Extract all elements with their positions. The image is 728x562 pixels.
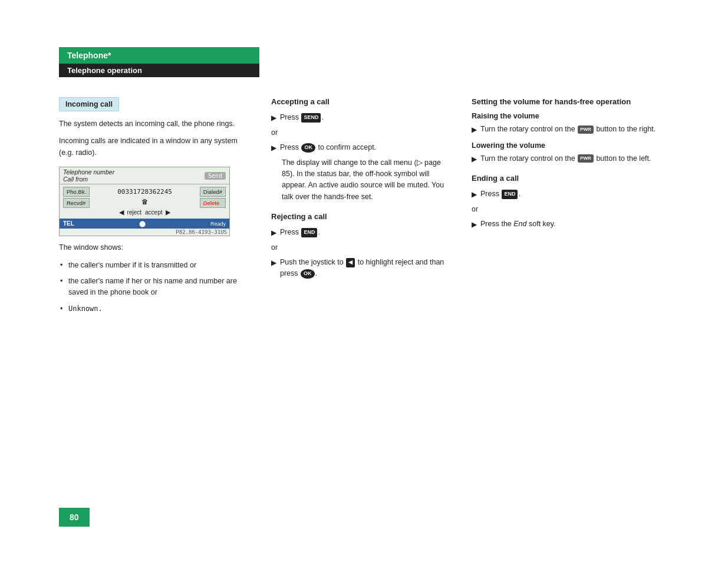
phone-main-area: Pho.Bk. Recvd# 00331728362245 ☎ ◀ reject…	[60, 184, 229, 219]
phone-right-arrow: ▶	[166, 209, 170, 216]
phone-delete-btn: Delete	[200, 198, 226, 208]
phone-bottom-bar: TEL ⬤ Ready	[60, 219, 229, 229]
end-soft-text: Press the End soft key.	[480, 219, 556, 230]
phone-number-display: 00331728362245	[117, 188, 172, 196]
press-send-text: Press SEND.	[280, 112, 324, 123]
content-area: Incoming call The system detects an inco…	[59, 97, 669, 319]
phone-ready-text: Ready	[210, 221, 226, 227]
bullet-list: the caller's number if it is transmitted…	[59, 260, 248, 315]
lowering-row: ▶ Turn the rotary control on the PWR but…	[472, 153, 669, 165]
phone-call-from: Call from	[63, 176, 114, 183]
press-end-label: Press	[280, 228, 299, 236]
right-column: Setting the volume for hands-free operat…	[472, 97, 669, 319]
step-arrow-4: ▶	[271, 257, 276, 269]
bullet-item-1: the caller's number if it is transmitted…	[59, 260, 248, 271]
press-send-row: ▶ Press SEND.	[271, 112, 448, 124]
joystick-label: Push the joystick to	[280, 258, 344, 266]
press-ok-row: ▶ Press OK to confirm accept.	[271, 142, 448, 154]
end-italic: End	[513, 220, 526, 228]
pwr-badge-1: PWR	[578, 125, 594, 134]
raising-text: Turn the rotary control on the PWR butto…	[480, 124, 655, 135]
ok-badge: OK	[301, 143, 315, 153]
press-end2-text: Press END.	[480, 189, 521, 200]
phone-accept-label: accept	[145, 209, 162, 216]
left-column: Incoming call The system detects an inco…	[59, 97, 248, 319]
page-container: Telephone* Telephone operation Incoming …	[0, 0, 728, 355]
lowering-text-label: Turn the rotary control on the	[480, 154, 575, 163]
phone-circle-icon: ⬤	[139, 220, 146, 227]
step-arrow-6: ▶	[472, 154, 477, 165]
step-arrow-1: ▶	[271, 113, 276, 124]
phone-top-labels: Telephone number Call from	[63, 168, 114, 183]
or-text-1: or	[271, 127, 448, 138]
para1: The system detects an incoming call, the…	[59, 118, 248, 130]
confirm-text: to confirm accept.	[318, 143, 376, 151]
press-end-row: ▶ Press END.	[271, 227, 448, 239]
end-key-badge-2: END	[502, 190, 518, 199]
window-shows-text: The window shows:	[59, 242, 248, 253]
display-text: The display will change to the call menu…	[282, 157, 448, 203]
raising-text-label: Turn the rotary control on the	[480, 125, 575, 133]
bullet-item-3-code: Unknown.	[68, 305, 103, 313]
phone-reject-label: reject	[127, 209, 141, 216]
ending-title: Ending a call	[472, 174, 669, 183]
end-key-badge: END	[301, 228, 317, 237]
phone-nav-row: ◀ reject accept ▶	[119, 209, 171, 216]
phone-call-icon: ☎	[142, 197, 147, 206]
step-arrow-8: ▶	[472, 219, 477, 230]
phone-left-buttons: Pho.Bk. Recvd#	[63, 187, 90, 216]
phone-ready-area: Ready	[210, 221, 226, 227]
section-header: Telephone*	[59, 47, 259, 64]
phone-send-btn: Send	[205, 172, 226, 180]
end-soft-row: ▶ Press the End soft key.	[472, 219, 669, 230]
phone-phobk-btn: Pho.Bk.	[63, 187, 90, 197]
joystick-row: ▶ Push the joystick to ◀ to highlight re…	[271, 257, 448, 280]
step-arrow-7: ▶	[472, 189, 477, 200]
lowering-suffix: button to the left.	[596, 154, 651, 163]
press-end2-label: Press	[480, 190, 499, 198]
phone-left-arrow: ◀	[119, 209, 124, 216]
lowering-text: Turn the rotary control on the PWR butto…	[480, 153, 651, 164]
raising-label: Raising the volume	[472, 112, 669, 120]
phone-recvd-btn: Recvd#	[63, 198, 90, 208]
incoming-call-label: Incoming call	[59, 97, 119, 111]
phone-screen: Telephone number Call from Send Pho.Bk. …	[59, 167, 230, 236]
phone-center-area: 00331728362245 ☎ ◀ reject accept ▶	[92, 187, 197, 216]
press-ok-text: Press OK to confirm accept.	[280, 142, 376, 153]
phone-tel-label: TEL	[63, 220, 74, 227]
step-arrow-2: ▶	[271, 143, 276, 154]
rejecting-call-title: Rejecting a call	[271, 212, 448, 221]
volume-title: Setting the volume for hands-free operat…	[472, 97, 669, 106]
raising-row: ▶ Turn the rotary control on the PWR but…	[472, 124, 669, 135]
phone-telephone-number: Telephone number	[63, 168, 114, 176]
press-ok-label: Press	[280, 143, 299, 151]
bullet-item-3: Unknown.	[59, 303, 248, 315]
press-end-text: Press END.	[280, 227, 320, 238]
ok-badge-2: OK	[301, 269, 315, 279]
phone-top-bar: Telephone number Call from Send	[60, 167, 229, 184]
page-number: 80	[59, 508, 90, 527]
pwr-badge-2: PWR	[578, 154, 594, 163]
left-arrow-badge: ◀	[346, 258, 355, 267]
send-key-badge: SEND	[301, 113, 321, 123]
or-text-2: or	[271, 242, 448, 253]
step-arrow-3: ▶	[271, 227, 276, 239]
mid-column: Accepting a call ▶ Press SEND. or ▶ Pres…	[271, 97, 448, 319]
joystick-text: Push the joystick to ◀ to highlight reje…	[280, 257, 448, 280]
bullet-item-2: the caller's name if her or his name and…	[59, 276, 248, 299]
press-send-label: Press	[280, 113, 299, 121]
raising-suffix: button to the right.	[596, 125, 655, 133]
lowering-label: Lowering the volume	[472, 141, 669, 150]
phone-dialed-btn: Dialed#	[200, 187, 226, 197]
step-arrow-5: ▶	[472, 124, 477, 135]
phone-part-number: P82.86-4193-31US	[60, 229, 229, 236]
subsection-header: Telephone operation	[59, 64, 259, 77]
para2: Incoming calls are indicated in a window…	[59, 135, 248, 158]
accepting-call-title: Accepting a call	[271, 97, 448, 106]
or-text-3: or	[472, 204, 669, 215]
press-end2-row: ▶ Press END.	[472, 189, 669, 200]
phone-right-buttons: Dialed# Delete	[200, 187, 226, 216]
